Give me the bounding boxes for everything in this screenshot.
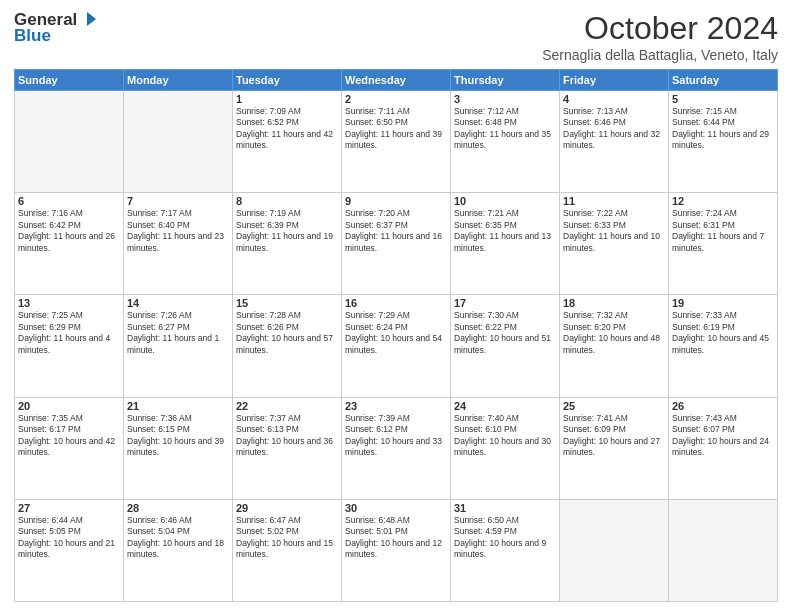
day-number: 22 bbox=[236, 400, 338, 412]
day-number: 31 bbox=[454, 502, 556, 514]
logo: General Blue bbox=[14, 10, 96, 46]
week-row-3: 13Sunrise: 7:25 AMSunset: 6:29 PMDayligh… bbox=[15, 295, 778, 397]
day-info: Sunrise: 7:22 AMSunset: 6:33 PMDaylight:… bbox=[563, 208, 665, 254]
calendar-cell: 31Sunrise: 6:50 AMSunset: 4:59 PMDayligh… bbox=[451, 499, 560, 601]
day-info: Sunrise: 7:17 AMSunset: 6:40 PMDaylight:… bbox=[127, 208, 229, 254]
day-number: 18 bbox=[563, 297, 665, 309]
day-info: Sunrise: 7:19 AMSunset: 6:39 PMDaylight:… bbox=[236, 208, 338, 254]
calendar-cell: 9Sunrise: 7:20 AMSunset: 6:37 PMDaylight… bbox=[342, 193, 451, 295]
calendar-cell: 23Sunrise: 7:39 AMSunset: 6:12 PMDayligh… bbox=[342, 397, 451, 499]
calendar-cell: 21Sunrise: 7:36 AMSunset: 6:15 PMDayligh… bbox=[124, 397, 233, 499]
day-info: Sunrise: 7:26 AMSunset: 6:27 PMDaylight:… bbox=[127, 310, 229, 356]
calendar-cell: 24Sunrise: 7:40 AMSunset: 6:10 PMDayligh… bbox=[451, 397, 560, 499]
header: General Blue October 2024 Sernaglia dell… bbox=[14, 10, 778, 63]
calendar-cell: 10Sunrise: 7:21 AMSunset: 6:35 PMDayligh… bbox=[451, 193, 560, 295]
calendar-cell: 4Sunrise: 7:13 AMSunset: 6:46 PMDaylight… bbox=[560, 91, 669, 193]
day-info: Sunrise: 7:25 AMSunset: 6:29 PMDaylight:… bbox=[18, 310, 120, 356]
day-number: 10 bbox=[454, 195, 556, 207]
calendar-cell: 16Sunrise: 7:29 AMSunset: 6:24 PMDayligh… bbox=[342, 295, 451, 397]
day-info: Sunrise: 6:50 AMSunset: 4:59 PMDaylight:… bbox=[454, 515, 556, 561]
day-number: 20 bbox=[18, 400, 120, 412]
calendar-cell bbox=[560, 499, 669, 601]
day-number: 16 bbox=[345, 297, 447, 309]
day-info: Sunrise: 7:43 AMSunset: 6:07 PMDaylight:… bbox=[672, 413, 774, 459]
weekday-header-tuesday: Tuesday bbox=[233, 70, 342, 91]
calendar-cell: 28Sunrise: 6:46 AMSunset: 5:04 PMDayligh… bbox=[124, 499, 233, 601]
day-number: 14 bbox=[127, 297, 229, 309]
day-info: Sunrise: 7:20 AMSunset: 6:37 PMDaylight:… bbox=[345, 208, 447, 254]
day-number: 29 bbox=[236, 502, 338, 514]
day-number: 1 bbox=[236, 93, 338, 105]
calendar-cell: 12Sunrise: 7:24 AMSunset: 6:31 PMDayligh… bbox=[669, 193, 778, 295]
month-title: October 2024 bbox=[542, 10, 778, 47]
day-info: Sunrise: 7:29 AMSunset: 6:24 PMDaylight:… bbox=[345, 310, 447, 356]
day-number: 15 bbox=[236, 297, 338, 309]
week-row-4: 20Sunrise: 7:35 AMSunset: 6:17 PMDayligh… bbox=[15, 397, 778, 499]
subtitle: Sernaglia della Battaglia, Veneto, Italy bbox=[542, 47, 778, 63]
day-number: 6 bbox=[18, 195, 120, 207]
weekday-header-row: SundayMondayTuesdayWednesdayThursdayFrid… bbox=[15, 70, 778, 91]
day-info: Sunrise: 7:28 AMSunset: 6:26 PMDaylight:… bbox=[236, 310, 338, 356]
day-number: 23 bbox=[345, 400, 447, 412]
day-info: Sunrise: 7:15 AMSunset: 6:44 PMDaylight:… bbox=[672, 106, 774, 152]
calendar-cell bbox=[669, 499, 778, 601]
day-info: Sunrise: 7:41 AMSunset: 6:09 PMDaylight:… bbox=[563, 413, 665, 459]
day-number: 17 bbox=[454, 297, 556, 309]
page: General Blue October 2024 Sernaglia dell… bbox=[0, 0, 792, 612]
day-number: 12 bbox=[672, 195, 774, 207]
calendar-cell: 17Sunrise: 7:30 AMSunset: 6:22 PMDayligh… bbox=[451, 295, 560, 397]
svg-marker-0 bbox=[87, 12, 96, 26]
calendar-cell: 6Sunrise: 7:16 AMSunset: 6:42 PMDaylight… bbox=[15, 193, 124, 295]
day-number: 27 bbox=[18, 502, 120, 514]
calendar-cell: 18Sunrise: 7:32 AMSunset: 6:20 PMDayligh… bbox=[560, 295, 669, 397]
day-number: 11 bbox=[563, 195, 665, 207]
calendar-cell: 5Sunrise: 7:15 AMSunset: 6:44 PMDaylight… bbox=[669, 91, 778, 193]
calendar-cell bbox=[15, 91, 124, 193]
day-info: Sunrise: 7:35 AMSunset: 6:17 PMDaylight:… bbox=[18, 413, 120, 459]
day-info: Sunrise: 7:37 AMSunset: 6:13 PMDaylight:… bbox=[236, 413, 338, 459]
day-info: Sunrise: 6:47 AMSunset: 5:02 PMDaylight:… bbox=[236, 515, 338, 561]
day-info: Sunrise: 7:30 AMSunset: 6:22 PMDaylight:… bbox=[454, 310, 556, 356]
logo-wave-icon bbox=[78, 10, 96, 28]
day-number: 19 bbox=[672, 297, 774, 309]
calendar-cell: 29Sunrise: 6:47 AMSunset: 5:02 PMDayligh… bbox=[233, 499, 342, 601]
day-info: Sunrise: 7:36 AMSunset: 6:15 PMDaylight:… bbox=[127, 413, 229, 459]
calendar-cell: 11Sunrise: 7:22 AMSunset: 6:33 PMDayligh… bbox=[560, 193, 669, 295]
calendar-cell: 14Sunrise: 7:26 AMSunset: 6:27 PMDayligh… bbox=[124, 295, 233, 397]
day-info: Sunrise: 7:09 AMSunset: 6:52 PMDaylight:… bbox=[236, 106, 338, 152]
day-number: 13 bbox=[18, 297, 120, 309]
day-number: 24 bbox=[454, 400, 556, 412]
calendar-cell: 2Sunrise: 7:11 AMSunset: 6:50 PMDaylight… bbox=[342, 91, 451, 193]
day-number: 30 bbox=[345, 502, 447, 514]
calendar-cell: 22Sunrise: 7:37 AMSunset: 6:13 PMDayligh… bbox=[233, 397, 342, 499]
calendar-cell: 15Sunrise: 7:28 AMSunset: 6:26 PMDayligh… bbox=[233, 295, 342, 397]
weekday-header-friday: Friday bbox=[560, 70, 669, 91]
day-info: Sunrise: 6:44 AMSunset: 5:05 PMDaylight:… bbox=[18, 515, 120, 561]
logo-blue-text: Blue bbox=[14, 26, 51, 46]
day-info: Sunrise: 7:16 AMSunset: 6:42 PMDaylight:… bbox=[18, 208, 120, 254]
day-number: 3 bbox=[454, 93, 556, 105]
weekday-header-monday: Monday bbox=[124, 70, 233, 91]
weekday-header-sunday: Sunday bbox=[15, 70, 124, 91]
day-info: Sunrise: 7:21 AMSunset: 6:35 PMDaylight:… bbox=[454, 208, 556, 254]
day-info: Sunrise: 7:13 AMSunset: 6:46 PMDaylight:… bbox=[563, 106, 665, 152]
day-info: Sunrise: 7:40 AMSunset: 6:10 PMDaylight:… bbox=[454, 413, 556, 459]
day-number: 26 bbox=[672, 400, 774, 412]
calendar-cell: 25Sunrise: 7:41 AMSunset: 6:09 PMDayligh… bbox=[560, 397, 669, 499]
day-number: 5 bbox=[672, 93, 774, 105]
day-number: 25 bbox=[563, 400, 665, 412]
weekday-header-thursday: Thursday bbox=[451, 70, 560, 91]
day-info: Sunrise: 7:24 AMSunset: 6:31 PMDaylight:… bbox=[672, 208, 774, 254]
day-number: 7 bbox=[127, 195, 229, 207]
calendar-cell bbox=[124, 91, 233, 193]
week-row-2: 6Sunrise: 7:16 AMSunset: 6:42 PMDaylight… bbox=[15, 193, 778, 295]
day-number: 9 bbox=[345, 195, 447, 207]
calendar-table: SundayMondayTuesdayWednesdayThursdayFrid… bbox=[14, 69, 778, 602]
day-number: 4 bbox=[563, 93, 665, 105]
calendar-cell: 27Sunrise: 6:44 AMSunset: 5:05 PMDayligh… bbox=[15, 499, 124, 601]
weekday-header-saturday: Saturday bbox=[669, 70, 778, 91]
day-info: Sunrise: 7:11 AMSunset: 6:50 PMDaylight:… bbox=[345, 106, 447, 152]
calendar-cell: 26Sunrise: 7:43 AMSunset: 6:07 PMDayligh… bbox=[669, 397, 778, 499]
day-info: Sunrise: 7:39 AMSunset: 6:12 PMDaylight:… bbox=[345, 413, 447, 459]
title-block: October 2024 Sernaglia della Battaglia, … bbox=[542, 10, 778, 63]
